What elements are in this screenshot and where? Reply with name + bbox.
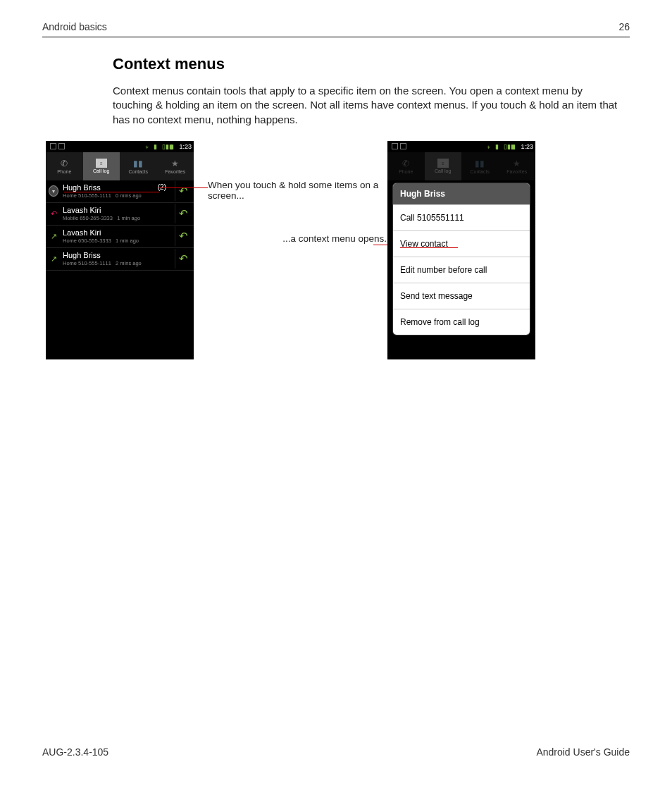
battery-icon: ▮ bbox=[170, 143, 177, 149]
call-number: 650-265-3333 bbox=[80, 215, 113, 221]
context-menu-item-send-text[interactable]: Send text message bbox=[393, 283, 530, 309]
screenshot-context-menu: ⍖ ▮ ▯▮▮ ▮ 1:23 ✆ Phone ≡ Call log ▮▮ Con… bbox=[387, 141, 535, 359]
call-log-row[interactable]: ↗ Lavash Kiri Home 650-555-3333 1 min ag… bbox=[46, 226, 194, 248]
status-time: 1:23 bbox=[521, 143, 533, 150]
context-menu-title: Hugh Briss bbox=[393, 183, 530, 204]
call-log-row[interactable]: ↶ Lavash Kiri Mobile 650-265-3333 1 min … bbox=[46, 203, 194, 226]
call-contact-name: Lavash Kiri bbox=[63, 229, 101, 237]
tab-label: Contacts bbox=[128, 169, 148, 174]
annotation-underline bbox=[64, 192, 159, 193]
context-menu-item-view-contact[interactable]: View contact bbox=[393, 230, 530, 257]
dial-button[interactable]: ↶ bbox=[175, 226, 191, 246]
signal-bars-icon: ▯▮▮ bbox=[162, 143, 168, 149]
tab-label: Contacts bbox=[470, 169, 490, 174]
signal-icon: ▮ bbox=[495, 143, 502, 149]
phone-handset-icon: ↶ bbox=[179, 207, 188, 220]
status-bar: ⍖ ▮ ▯▮▮ ▮ 1:23 bbox=[46, 141, 194, 152]
tab-label: Favorites bbox=[165, 169, 185, 174]
annotation-underline bbox=[400, 247, 458, 249]
tab-call-log: ≡ Call log bbox=[425, 152, 462, 180]
signal-bars-icon: ▯▮▮ bbox=[504, 143, 510, 149]
signal-icon: ▮ bbox=[154, 143, 160, 149]
call-number-type: Home bbox=[63, 260, 77, 266]
call-number-type: Home bbox=[63, 238, 77, 244]
battery-icon: ▮ bbox=[512, 143, 518, 149]
tab-phone[interactable]: ✆ Phone bbox=[46, 152, 83, 180]
footer-doc-title: Android User's Guide bbox=[536, 746, 630, 758]
call-contact-name: Lavash Kiri bbox=[63, 207, 101, 214]
dial-button[interactable]: ↶ bbox=[175, 181, 191, 201]
outgoing-call-icon: ↗ bbox=[49, 254, 58, 264]
tab-call-log[interactable]: ≡ Call log bbox=[83, 152, 120, 180]
tab-label: Favorites bbox=[506, 169, 527, 174]
call-time-ago: 2 mins ago bbox=[116, 260, 142, 266]
tab-contacts: ▮▮ Contacts bbox=[461, 152, 499, 180]
tab-favorites[interactable]: ★ Favorites bbox=[157, 152, 194, 180]
contacts-icon: ▮▮ bbox=[132, 159, 144, 168]
phone-icon: ✆ bbox=[58, 159, 70, 168]
call-number-type: Home bbox=[63, 192, 77, 199]
call-number: 650-555-3333 bbox=[78, 238, 111, 244]
tab-label: Phone bbox=[399, 169, 413, 174]
intro-paragraph: Context menus contain tools that apply t… bbox=[113, 84, 623, 127]
call-log-row[interactable]: ↗ Hugh Briss Home 510-555-1111 2 mins ag… bbox=[46, 248, 194, 271]
header-page-number: 26 bbox=[618, 21, 630, 32]
call-number: 510-555-1111 bbox=[78, 192, 111, 199]
call-contact-name: Hugh Briss bbox=[63, 184, 101, 192]
star-icon: ★ bbox=[511, 159, 523, 168]
outgoing-call-icon: ↗ bbox=[49, 231, 58, 241]
call-time-ago: 0 mins ago bbox=[116, 192, 142, 199]
tab-bar-dimmed: ✆ Phone ≡ Call log ▮▮ Contacts ★ Favorit… bbox=[387, 152, 535, 180]
call-time-ago: 1 min ago bbox=[117, 215, 140, 221]
header-section: Android basics bbox=[42, 21, 107, 32]
context-menu-item-remove[interactable]: Remove from call log bbox=[393, 309, 530, 335]
call-contact-name: Hugh Briss bbox=[63, 252, 101, 259]
list-icon: ≡ bbox=[96, 159, 107, 168]
tab-favorites: ★ Favorites bbox=[499, 152, 536, 180]
tab-bar: ✆ Phone ≡ Call log ▮▮ Contacts ★ Favorit… bbox=[46, 152, 194, 180]
section-heading: Context menus bbox=[113, 55, 623, 73]
tab-label: Call log bbox=[435, 168, 451, 173]
tab-label: Call log bbox=[93, 168, 109, 173]
status-icon bbox=[58, 143, 65, 149]
screenshot-call-log: ⍖ ▮ ▯▮▮ ▮ 1:23 ✆ Phone ≡ Call log ▮▮ Con… bbox=[46, 141, 194, 359]
annotation-column: When you touch & hold some items on a sc… bbox=[194, 141, 387, 244]
dial-button[interactable]: ↶ bbox=[175, 204, 191, 223]
usb-icon: ⍖ bbox=[487, 143, 493, 149]
dial-button[interactable]: ↶ bbox=[175, 249, 191, 269]
context-menu: Hugh Briss Call 5105551111 View contact … bbox=[393, 183, 530, 335]
call-time-ago: 1 min ago bbox=[116, 238, 139, 244]
tab-phone: ✆ Phone bbox=[387, 152, 425, 180]
expand-group-icon[interactable]: ▾ bbox=[49, 186, 58, 196]
call-number-type: Mobile bbox=[63, 215, 78, 221]
status-icon bbox=[400, 143, 406, 149]
list-icon: ≡ bbox=[437, 159, 449, 168]
footer-doc-id: AUG-2.3.4-105 bbox=[42, 746, 108, 758]
phone-handset-icon: ↶ bbox=[179, 252, 188, 265]
document-page: Android basics 26 Context menus Context … bbox=[0, 0, 672, 807]
status-icon bbox=[50, 143, 56, 149]
context-menu-item-edit-number[interactable]: Edit number before call bbox=[393, 257, 530, 283]
phone-handset-icon: ↶ bbox=[179, 230, 188, 242]
annotation-line bbox=[158, 187, 208, 189]
call-number: 510-555-1111 bbox=[78, 260, 111, 266]
annotation-opens: ...a context menu opens. bbox=[194, 233, 387, 244]
usb-icon: ⍖ bbox=[145, 143, 151, 149]
page-footer: AUG-2.3.4-105 Android User's Guide bbox=[42, 746, 630, 758]
annotation-touch-hold: When you touch & hold some items on a sc… bbox=[208, 180, 387, 201]
status-bar: ⍖ ▮ ▯▮▮ ▮ 1:23 bbox=[387, 141, 535, 152]
missed-call-icon: ↶ bbox=[49, 209, 58, 218]
page-header: Android basics 26 bbox=[42, 21, 630, 37]
star-icon: ★ bbox=[169, 159, 182, 168]
phone-icon: ✆ bbox=[399, 159, 412, 168]
context-menu-item-call[interactable]: Call 5105551111 bbox=[393, 204, 530, 230]
status-icon bbox=[392, 143, 398, 149]
status-time: 1:23 bbox=[179, 143, 192, 150]
tab-contacts[interactable]: ▮▮ Contacts bbox=[120, 152, 157, 180]
tab-label: Phone bbox=[57, 169, 71, 174]
contacts-icon: ▮▮ bbox=[473, 159, 486, 168]
